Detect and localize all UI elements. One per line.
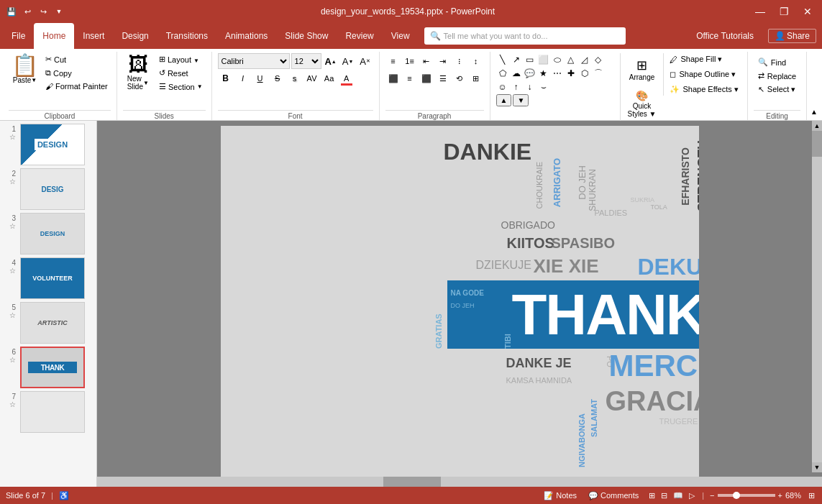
indent-decrease-button[interactable]: ⇤ bbox=[419, 53, 434, 69]
scroll-up-arrow[interactable]: ▲ bbox=[812, 121, 822, 131]
bold-button[interactable]: B bbox=[218, 70, 234, 86]
font-family-select[interactable]: Calibri bbox=[218, 53, 290, 69]
zoom-out-icon[interactable]: − bbox=[710, 491, 714, 500]
shape-triangle[interactable]: △ bbox=[565, 53, 577, 66]
shape-rect[interactable]: ▭ bbox=[524, 53, 536, 66]
shape-up-arrow[interactable]: ↑ bbox=[510, 81, 523, 93]
undo-icon[interactable]: ↩ bbox=[22, 6, 33, 17]
customize-icon[interactable]: ▼ bbox=[53, 6, 65, 17]
shape-fill-button[interactable]: 🖊 Shape Fill ▾ bbox=[667, 53, 741, 65]
menu-animations[interactable]: Animations bbox=[216, 23, 276, 49]
horizontal-scrollbar[interactable] bbox=[97, 477, 812, 487]
share-button[interactable]: 👤 Share bbox=[768, 29, 816, 43]
notes-button[interactable]: 📝 Notes bbox=[541, 490, 580, 502]
quick-styles-button[interactable]: 🎨 Quick Styles ▼ bbox=[624, 87, 661, 121]
find-button[interactable]: 🔍 Find bbox=[754, 56, 790, 68]
menu-insert[interactable]: Insert bbox=[74, 23, 113, 49]
font-size-select[interactable]: 12 bbox=[291, 53, 321, 69]
slide-thumb-1[interactable]: 1 ☆ DESIGN bbox=[3, 124, 93, 165]
slide-thumb-2[interactable]: 2 ☆ DESIG bbox=[3, 168, 93, 210]
menu-review[interactable]: Review bbox=[337, 23, 382, 49]
shape-pentagon[interactable]: ⬠ bbox=[496, 67, 509, 80]
slide-thumb-6[interactable]: 6 ☆ THANK bbox=[3, 347, 93, 388]
shape-star[interactable]: ★ bbox=[537, 67, 550, 80]
minimize-button[interactable]: — bbox=[751, 4, 770, 19]
shape-callout[interactable]: 💬 bbox=[524, 67, 536, 80]
office-tutorials[interactable]: Office Tutorials bbox=[688, 31, 762, 41]
shape-down-arrow[interactable]: ↓ bbox=[524, 81, 536, 93]
replace-button[interactable]: ⇄ Replace bbox=[754, 70, 800, 82]
shadow-button[interactable]: s bbox=[287, 70, 303, 86]
shapes-scroll-down[interactable]: ▼ bbox=[513, 94, 529, 106]
cut-button[interactable]: ✂ Cut bbox=[42, 53, 111, 65]
format-painter-button[interactable]: 🖌 Format Painter bbox=[42, 81, 111, 92]
horizontal-scroll-thumb[interactable] bbox=[383, 477, 441, 487]
menu-file[interactable]: File bbox=[3, 23, 34, 49]
menu-design[interactable]: Design bbox=[113, 23, 157, 49]
shape-cube[interactable]: ⬡ bbox=[578, 67, 591, 80]
shape-diamond[interactable]: ◇ bbox=[592, 53, 605, 66]
line-spacing-button[interactable]: ↕ bbox=[468, 53, 484, 69]
vertical-scrollbar[interactable]: ▼ ▲ bbox=[812, 121, 822, 472]
slide-image-5[interactable]: ARTISTIC bbox=[20, 302, 85, 344]
paste-button[interactable]: 📋 Paste▼ bbox=[9, 53, 41, 86]
fit-slide-button[interactable]: ⊞ bbox=[807, 490, 816, 502]
shape-cross[interactable]: ✚ bbox=[565, 67, 577, 80]
slideshow-button[interactable]: ▷ bbox=[688, 490, 696, 502]
font-color-button[interactable]: A bbox=[339, 70, 355, 86]
collapse-ribbon-button[interactable]: ▲ bbox=[809, 106, 819, 117]
shape-rt-tri[interactable]: ◿ bbox=[578, 53, 591, 66]
increase-font-button[interactable]: A▲ bbox=[323, 53, 339, 69]
shape-more[interactable]: ☁ bbox=[510, 67, 523, 80]
slide-image-6[interactable]: THANK bbox=[20, 347, 85, 388]
indent-increase-button[interactable]: ⇥ bbox=[435, 53, 451, 69]
shape-chevron[interactable]: ⋯ bbox=[551, 67, 564, 80]
shape-outline-button[interactable]: ◻ Shape Outline ▾ bbox=[667, 68, 741, 81]
layout-button[interactable]: ⊞ Layout ▼ bbox=[156, 53, 206, 65]
slide-thumb-3[interactable]: 3 ☆ DESIGN bbox=[3, 213, 93, 255]
close-button[interactable]: ✕ bbox=[799, 4, 816, 19]
slide-image-3[interactable]: DESIGN bbox=[20, 213, 85, 255]
select-button[interactable]: ↖ Select ▾ bbox=[754, 83, 800, 96]
shape-arrow[interactable]: ↗ bbox=[510, 53, 523, 66]
slide-image-4[interactable]: VOLUNTEER bbox=[20, 257, 85, 299]
slide-image-7[interactable] bbox=[20, 391, 85, 433]
zoom-in-icon[interactable]: + bbox=[778, 491, 782, 500]
align-center-button[interactable]: ≡ bbox=[402, 70, 418, 86]
change-case-button[interactable]: Aa bbox=[321, 70, 337, 86]
shape-effects-button[interactable]: ✨ Shape Effects ▾ bbox=[667, 83, 741, 96]
clear-format-button[interactable]: A✕ bbox=[357, 53, 373, 69]
shape-round-rect[interactable]: ⬜ bbox=[537, 53, 550, 66]
text-direction-button[interactable]: ⟲ bbox=[452, 70, 467, 86]
restore-button[interactable]: ❐ bbox=[775, 4, 793, 19]
copy-button[interactable]: ⧉ Copy bbox=[42, 67, 111, 79]
shape-curve[interactable]: ⌣ bbox=[537, 81, 550, 93]
align-left-button[interactable]: ⬛ bbox=[385, 70, 401, 86]
arrange-button[interactable]: ⊞ Arrange bbox=[624, 53, 661, 86]
slide-thumb-7[interactable]: 7 ☆ bbox=[3, 391, 93, 433]
shape-scroll[interactable]: ⌒ bbox=[592, 67, 605, 80]
slide-thumb-4[interactable]: 4 ☆ VOLUNTEER bbox=[3, 257, 93, 299]
vertical-scroll-thumb[interactable] bbox=[812, 128, 822, 157]
slide-image-2[interactable]: DESIG bbox=[20, 168, 85, 210]
align-right-button[interactable]: ⬛ bbox=[419, 70, 434, 86]
smart-art-button[interactable]: ⊞ bbox=[468, 70, 484, 86]
underline-button[interactable]: U bbox=[252, 70, 268, 86]
shape-smile[interactable]: ☺ bbox=[496, 81, 509, 93]
shapes-scroll-up[interactable]: ▲ bbox=[496, 94, 512, 106]
slide-thumb-5[interactable]: 5 ☆ ARTISTIC bbox=[3, 302, 93, 344]
reading-view-button[interactable]: 📖 bbox=[672, 490, 685, 502]
slide-canvas[interactable]: DANKIE EFHARISTO STRENGTH ARRIGATO DO JE… bbox=[221, 126, 699, 482]
menu-view[interactable]: View bbox=[383, 23, 419, 49]
comments-button[interactable]: 💬 Comments bbox=[585, 490, 641, 502]
section-button[interactable]: ☰ Section ▼ bbox=[156, 81, 206, 93]
decrease-font-button[interactable]: A▼ bbox=[340, 53, 356, 69]
shape-line[interactable]: ╲ bbox=[496, 53, 509, 66]
menu-transitions[interactable]: Transitions bbox=[157, 23, 216, 49]
menu-slideshow[interactable]: Slide Show bbox=[276, 23, 337, 49]
new-slide-button[interactable]: 🖼 NewSlide▼ bbox=[123, 53, 153, 92]
slide-sorter-button[interactable]: ⊟ bbox=[659, 490, 669, 502]
slide-image-1[interactable]: DESIGN bbox=[20, 124, 85, 165]
shape-oval[interactable]: ⬭ bbox=[551, 53, 564, 66]
numbered-list-button[interactable]: 1≡ bbox=[402, 53, 418, 69]
